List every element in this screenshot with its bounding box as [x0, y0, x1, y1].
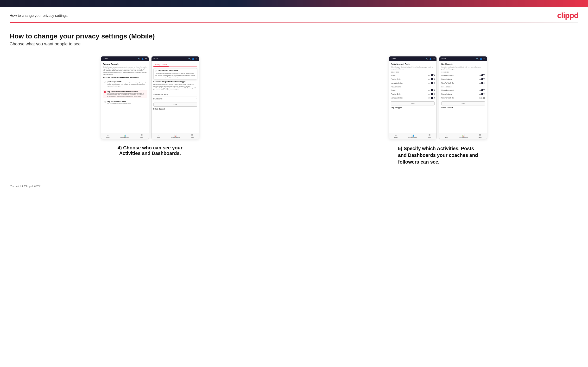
search-icon[interactable]: 🔍 — [138, 58, 140, 60]
phone-3-back[interactable]: ‹ Back — [391, 58, 396, 59]
main-content: How to change your privacy settings (Mob… — [0, 23, 588, 180]
save-button-3[interactable]: Save — [391, 101, 435, 105]
search-icon-3[interactable]: 🔍 — [426, 58, 428, 60]
search-icon-4[interactable]: 🔍 — [476, 58, 479, 60]
toggle-switch-followers-drills[interactable] — [431, 93, 435, 95]
phone-1-tab-menu[interactable]: ☰ Menu — [140, 134, 143, 138]
popup-text: Only you and the coaches you connect wit… — [155, 73, 196, 78]
settings-icon[interactable]: ⚙ — [145, 58, 147, 60]
toggle-coaches-rounds[interactable]: Rounds ON — [391, 74, 435, 77]
phone-2-tab-performance[interactable]: 📊 My Performance — [171, 134, 180, 138]
screenshot-group-2: ‹ Back 🔍 👤 ⚙ Activities and Posts Select… — [298, 56, 579, 165]
toggle-followers-what-to-work[interactable]: What To Work On ON — [441, 96, 485, 100]
toggle-followers-player[interactable]: Player Dashboard ON — [441, 88, 485, 92]
toggle-switch-coaches-what-to-work[interactable] — [481, 82, 485, 84]
caption-4: 4) Choose who can see your Activities an… — [112, 145, 189, 156]
toggle-followers-drills[interactable]: Practice Drills ON — [391, 92, 435, 96]
performance-icon-4: 📊 — [462, 134, 465, 137]
radio-option-2[interactable]: Only You and Your Coach Only you and the… — [103, 100, 147, 105]
phone-4-back[interactable]: ‹ Back — [441, 58, 446, 59]
radio-text-0: Everyone on Clippd Everyone on Clippd ca… — [107, 80, 146, 87]
toggle-switch-followers-rounds[interactable] — [431, 89, 435, 91]
phone-4: ‹ Back 🔍 👤 ⚙ Dashboards Select the dashb… — [439, 56, 487, 139]
toggle-followers-manual[interactable]: Manual Activities ON — [391, 96, 435, 100]
phone-1-tab-performance[interactable]: 📊 My Performance — [121, 134, 129, 138]
toggle-switch-coaches-player[interactable] — [481, 74, 485, 76]
settings-icon-3[interactable]: ⚙ — [433, 58, 435, 60]
phone-2-section-heading: Show or hide specific features in Clippd — [153, 81, 197, 83]
radio-option-0[interactable]: Everyone on Clippd Everyone on Clippd ca… — [103, 80, 147, 88]
menu-label-dashboards: Dashboards — [153, 98, 163, 100]
toggle-switch-followers-manual[interactable] — [431, 97, 435, 99]
save-button-2[interactable]: Save — [153, 103, 197, 107]
phone-3-tab-menu[interactable]: ☰ Menu — [428, 134, 431, 138]
phone-4-tab-performance[interactable]: 📊 My Performance — [459, 134, 468, 138]
profile-icon-4[interactable]: 👤 — [480, 58, 482, 60]
toggle-switch-coaches-manual[interactable] — [431, 82, 435, 84]
phone-2-nav: ‹ Back 🔍 👤 ⚙ — [152, 57, 199, 61]
toggle-coaches-what-to-work[interactable]: What To Work On ON — [441, 81, 485, 85]
toggle-switch-coaches-drills[interactable] — [431, 78, 435, 80]
phone-2-tab-bar: Privacy Controls — [153, 63, 197, 67]
toggle-followers-rounds[interactable]: Rounds ON — [391, 88, 435, 92]
profile-icon-3[interactable]: 👤 — [429, 58, 432, 60]
popup-title: Only You and Your Coach — [158, 70, 178, 72]
help-support-4: Help & Support — [441, 107, 485, 108]
phone-3-content: Activities and Posts Select the types of… — [389, 61, 436, 133]
phone-2-tab-home[interactable]: ⌂ Home — [157, 134, 160, 138]
phone-4-tab-home[interactable]: ⌂ Home — [445, 134, 448, 138]
phone-1-back[interactable]: ‹ Back — [103, 58, 108, 59]
profile-icon[interactable]: 👤 — [141, 58, 144, 60]
toggle-switch-followers-round-insights[interactable] — [481, 93, 485, 95]
toggle-coaches-round-insights[interactable]: Round Insights ON — [441, 77, 485, 81]
radio-option-1[interactable]: Only Approved Followers and Your Coach O… — [103, 90, 147, 98]
phone-1-nav: ‹ Back 🔍 👤 ⚙ — [101, 57, 149, 61]
phone-1-body: Control how you and your data appears to… — [103, 66, 147, 75]
menu-icon-2: ☰ — [191, 134, 193, 137]
privacy-controls-tab[interactable]: Privacy Controls — [153, 63, 169, 67]
performance-icon: 📊 — [124, 134, 126, 137]
profile-icon-2[interactable]: 👤 — [192, 58, 194, 60]
toggle-coaches-manual[interactable]: Manual Activities ON — [391, 81, 435, 85]
radio-circle-1 — [104, 91, 106, 93]
toggle-coaches-drills[interactable]: Practice Drills ON — [391, 77, 435, 81]
screenshot-group-1: ‹ Back 🔍 👤 ⚙ Privacy Controls Control ho… — [10, 56, 291, 156]
home-icon-2: ⌂ — [158, 134, 159, 137]
followers-label: FOLLOWERS — [391, 86, 435, 88]
help-support-3: Help & Support — [391, 107, 435, 108]
menu-icon: ☰ — [141, 134, 143, 137]
home-icon-4: ⌂ — [446, 134, 447, 137]
phone-3-tab-performance[interactable]: 📊 My Performance — [408, 134, 417, 138]
phone-2-back[interactable]: ‹ Back — [153, 58, 158, 59]
toggle-switch-coaches-round-insights[interactable] — [481, 78, 485, 80]
toggle-switch-followers-player[interactable] — [481, 89, 485, 91]
toggle-followers-round-insights[interactable]: Round Insights ON — [441, 92, 485, 96]
phone-4-tab-menu[interactable]: ☰ Menu — [479, 134, 482, 138]
menu-row-dashboards[interactable]: Dashboards › — [153, 97, 197, 101]
settings-icon-4[interactable]: ⚙ — [483, 58, 485, 60]
menu-row-activities[interactable]: Activities and Posts › — [153, 92, 197, 97]
performance-icon-2: 📊 — [174, 134, 177, 137]
phone-4-content: Dashboards Select the dashboards that yo… — [439, 61, 487, 133]
phone-1-bottom-bar: ⌂ Home 📊 My Performance ☰ Menu — [101, 133, 149, 139]
phone-2: ‹ Back 🔍 👤 ⚙ Privacy Controls — [151, 56, 199, 139]
toggle-switch-coaches-rounds[interactable] — [431, 74, 435, 76]
toggle-coaches-player[interactable]: Player Dashboard ON — [441, 74, 485, 77]
phone-1-nav-icons: 🔍 👤 ⚙ — [138, 58, 147, 60]
phone-1-subheading: Who Can See Your Activities and Dashboar… — [103, 77, 147, 79]
phone-3-tab-home[interactable]: ⌂ Home — [394, 134, 398, 138]
phone-1-tab-home[interactable]: ⌂ Home — [106, 134, 109, 138]
page-title: How to change your privacy settings (Mob… — [10, 33, 578, 40]
header: How to change your privacy settings clip… — [0, 7, 588, 22]
breadcrumb: How to change your privacy settings — [10, 13, 68, 17]
home-icon-3: ⌂ — [395, 134, 397, 137]
phone-2-tab-menu[interactable]: ☰ Menu — [191, 134, 194, 138]
search-icon-2[interactable]: 🔍 — [188, 58, 191, 60]
save-button-4[interactable]: Save — [441, 101, 485, 105]
footer: Copyright Clippd 2022 — [0, 180, 588, 193]
phone-4-body: Select the dashboards that you'd like to… — [441, 66, 485, 70]
phone-2-section-body: Regardless of the privacy controls that … — [153, 83, 197, 91]
settings-icon-2[interactable]: ⚙ — [196, 58, 197, 60]
toggle-switch-followers-what-to-work[interactable] — [481, 97, 485, 99]
chevron-right-icon-2: › — [197, 98, 197, 100]
